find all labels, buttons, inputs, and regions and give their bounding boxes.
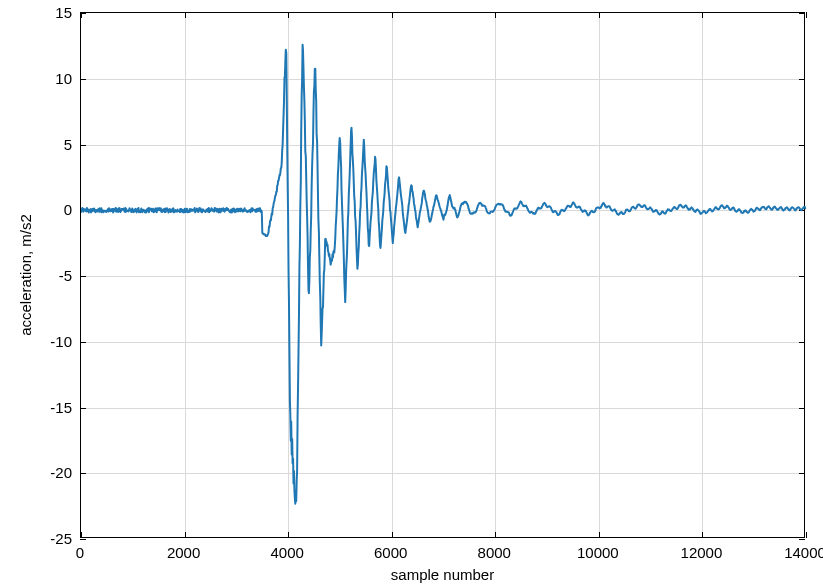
x-tick-label: 8000 <box>478 544 511 561</box>
chart-stage: acceleration, m/s2 sample number 0200040… <box>0 0 823 588</box>
y-tick-label: 5 <box>64 135 72 152</box>
y-tick-label: 0 <box>64 201 72 218</box>
series-acceleration <box>81 45 806 504</box>
x-tick-label: 6000 <box>374 544 407 561</box>
x-tick-label: 12000 <box>681 544 723 561</box>
y-tick-label: 10 <box>55 69 72 86</box>
y-tick-label: -10 <box>50 332 72 349</box>
y-tick-label: -25 <box>50 530 72 547</box>
x-tick-label: 0 <box>76 544 84 561</box>
y-tick-label: -5 <box>59 267 72 284</box>
x-tick-label: 14000 <box>784 544 823 561</box>
plot-area <box>80 12 805 538</box>
x-axis-label: sample number <box>391 566 494 583</box>
trace-svg <box>81 13 806 539</box>
x-tick-label: 10000 <box>577 544 619 561</box>
x-tick-label: 2000 <box>167 544 200 561</box>
y-tick-label: -20 <box>50 464 72 481</box>
x-tick-label: 4000 <box>270 544 303 561</box>
y-axis-label: acceleration, m/s2 <box>17 214 34 336</box>
y-tick-label: 15 <box>55 4 72 21</box>
y-tick-label: -15 <box>50 398 72 415</box>
